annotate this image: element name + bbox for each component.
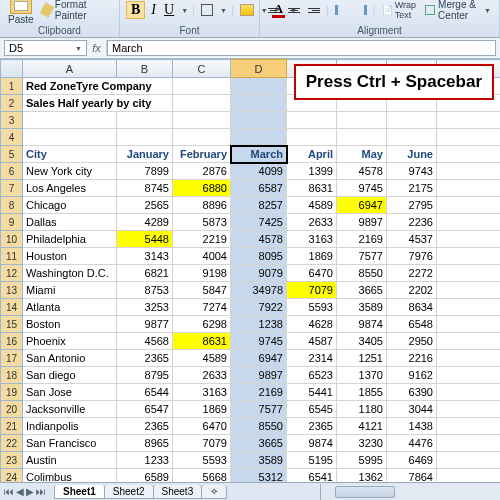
cell[interactable]: 2365 [117, 418, 173, 435]
cell[interactable]: 4537 [387, 231, 437, 248]
cell[interactable]: Atlanta [23, 299, 117, 316]
row-header[interactable]: 16 [1, 333, 23, 350]
cell[interactable]: New York city [23, 163, 117, 180]
cell[interactable]: San diego [23, 367, 117, 384]
cell[interactable]: 1399 [287, 163, 337, 180]
col-header[interactable]: B [117, 60, 173, 78]
cell[interactable]: 4568 [117, 333, 173, 350]
cell[interactable]: 6821 [117, 265, 173, 282]
cell[interactable]: 6947 [337, 197, 387, 214]
row-header[interactable]: 1 [1, 78, 23, 95]
cell[interactable]: 7976 [387, 248, 437, 265]
cell[interactable]: 3665 [231, 435, 287, 452]
cell[interactable] [437, 197, 501, 214]
bold-button[interactable]: B [126, 1, 145, 19]
paste-button[interactable]: Paste [6, 0, 36, 26]
cell[interactable]: 6587 [231, 180, 287, 197]
row-header[interactable]: 13 [1, 282, 23, 299]
cell[interactable]: 7577 [337, 248, 387, 265]
row-header[interactable]: 20 [1, 401, 23, 418]
cell[interactable]: 3665 [337, 282, 387, 299]
cell[interactable]: 9162 [387, 367, 437, 384]
cell[interactable]: 2876 [173, 163, 231, 180]
decrease-indent-button[interactable] [333, 4, 349, 16]
cell[interactable]: 7274 [173, 299, 231, 316]
cell[interactable]: 9897 [337, 214, 387, 231]
align-center-button[interactable] [286, 7, 302, 14]
cell[interactable]: 2314 [287, 350, 337, 367]
row-header[interactable]: 23 [1, 452, 23, 469]
cell[interactable]: 1238 [231, 316, 287, 333]
cell[interactable]: Boston [23, 316, 117, 333]
cell[interactable]: 6469 [387, 452, 437, 469]
cell[interactable]: 4587 [287, 333, 337, 350]
cell[interactable]: 5593 [173, 452, 231, 469]
cell[interactable]: 6523 [287, 367, 337, 384]
border-button[interactable] [199, 3, 215, 17]
cell[interactable]: 6545 [287, 401, 337, 418]
cell-subtitle[interactable]: Sales Half yearly by city [23, 95, 173, 112]
cell[interactable]: 3230 [337, 435, 387, 452]
cell[interactable]: 5448 [117, 231, 173, 248]
cell[interactable]: 9877 [117, 316, 173, 333]
cell[interactable] [437, 316, 501, 333]
cell[interactable]: 7899 [117, 163, 173, 180]
cell[interactable]: 9897 [231, 367, 287, 384]
cell[interactable]: 3163 [287, 231, 337, 248]
cell[interactable]: San Francisco [23, 435, 117, 452]
cell[interactable]: 2795 [387, 197, 437, 214]
underline-button[interactable]: U [162, 1, 176, 19]
format-painter-button[interactable]: Format Painter [40, 0, 113, 22]
cell[interactable]: 8896 [173, 197, 231, 214]
row-header[interactable]: 11 [1, 248, 23, 265]
cell[interactable]: 6470 [287, 265, 337, 282]
cell[interactable] [437, 350, 501, 367]
cell[interactable]: City [23, 146, 117, 163]
cell[interactable] [437, 214, 501, 231]
cell[interactable]: 9874 [337, 316, 387, 333]
row-header[interactable]: 14 [1, 299, 23, 316]
cell[interactable]: 8631 [173, 333, 231, 350]
cell[interactable]: 6947 [231, 350, 287, 367]
cell[interactable] [437, 452, 501, 469]
cell[interactable]: Jacksonville [23, 401, 117, 418]
cell[interactable]: 4578 [231, 231, 287, 248]
row-header[interactable]: 19 [1, 384, 23, 401]
cell[interactable]: 9874 [287, 435, 337, 452]
cell[interactable]: 8550 [231, 418, 287, 435]
active-cell[interactable]: March [231, 146, 287, 163]
cell[interactable]: San Antonio [23, 350, 117, 367]
cell[interactable]: 5195 [287, 452, 337, 469]
cell[interactable]: May [337, 146, 387, 163]
cell[interactable]: 2216 [387, 350, 437, 367]
cell[interactable]: 2169 [337, 231, 387, 248]
cell[interactable]: Dallas [23, 214, 117, 231]
row-header[interactable]: 9 [1, 214, 23, 231]
cell[interactable]: 2633 [287, 214, 337, 231]
cell[interactable]: 1869 [287, 248, 337, 265]
cell[interactable]: 7425 [231, 214, 287, 231]
cell[interactable] [437, 367, 501, 384]
row-header[interactable]: 15 [1, 316, 23, 333]
cell[interactable]: 2365 [117, 350, 173, 367]
cell[interactable]: 9745 [231, 333, 287, 350]
cell[interactable]: Philadelphia [23, 231, 117, 248]
cell[interactable]: 6390 [387, 384, 437, 401]
cell[interactable]: 3589 [231, 452, 287, 469]
cell[interactable]: 3405 [337, 333, 387, 350]
scroll-thumb[interactable] [335, 486, 395, 498]
row-header[interactable]: 12 [1, 265, 23, 282]
cell[interactable]: 1370 [337, 367, 387, 384]
row-header[interactable]: 2 [1, 95, 23, 112]
row-header[interactable]: 10 [1, 231, 23, 248]
cell[interactable]: 2175 [387, 180, 437, 197]
cell[interactable]: 2236 [387, 214, 437, 231]
align-left-button[interactable] [266, 7, 282, 14]
sheet-tab[interactable]: Sheet3 [153, 485, 203, 499]
cell[interactable]: Los Angeles [23, 180, 117, 197]
row-header[interactable]: 17 [1, 350, 23, 367]
cell[interactable]: 6298 [173, 316, 231, 333]
cell[interactable]: 6470 [173, 418, 231, 435]
cell[interactable]: 9745 [337, 180, 387, 197]
cell[interactable]: 3589 [337, 299, 387, 316]
